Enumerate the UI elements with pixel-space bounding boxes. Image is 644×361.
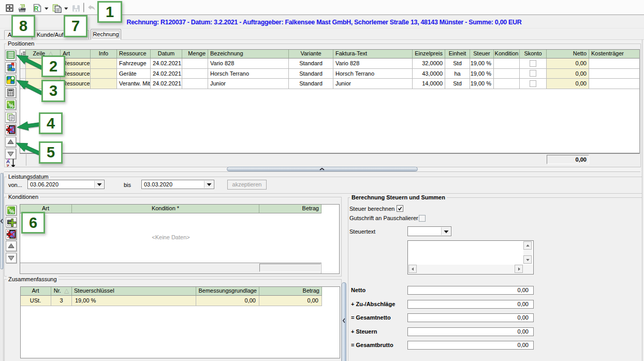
svg-text:R: R: [34, 5, 38, 12]
svg-text:%: %: [9, 103, 14, 109]
svg-text:%: %: [9, 208, 14, 214]
